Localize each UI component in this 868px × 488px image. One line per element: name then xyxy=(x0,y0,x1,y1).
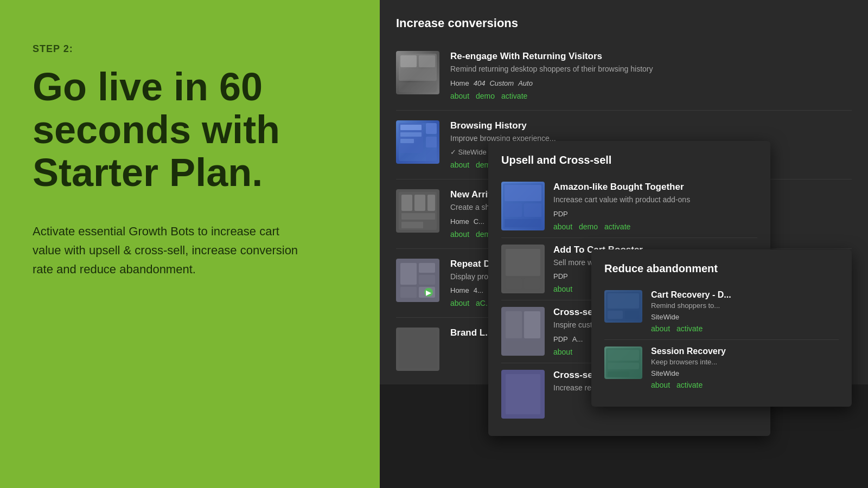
bot-tags-bought: PDP xyxy=(553,210,757,218)
svg-rect-21 xyxy=(400,287,417,298)
demo-link-bought[interactable]: demo xyxy=(579,222,598,231)
about-link-session[interactable]: about xyxy=(651,381,670,389)
svg-rect-10 xyxy=(426,123,437,134)
svg-rect-34 xyxy=(506,249,540,276)
about-link-bought[interactable]: about xyxy=(553,222,572,231)
svg-rect-50 xyxy=(608,371,629,377)
tag-c-newarr: C... xyxy=(474,217,484,226)
bot-thumb-newarr xyxy=(396,189,439,233)
aband-tags-session: SiteWide xyxy=(651,369,839,377)
aband-desc-session: Keep browsers inte... xyxy=(651,358,839,366)
overlay-abandonment-title: Reduce abandonment xyxy=(604,262,839,275)
right-panel: Increase conversions Re-engage With Retu… xyxy=(380,0,868,488)
demo-link-returning[interactable]: demo xyxy=(476,92,495,100)
bot-tags-returning: Home 404 Custom Auto xyxy=(450,79,852,87)
bot-desc-returning: Remind returning desktop shoppers of the… xyxy=(450,64,852,75)
tag-home: Home xyxy=(450,79,469,87)
about-link-repeat[interactable]: about xyxy=(450,299,469,307)
svg-rect-15 xyxy=(414,195,425,211)
svg-rect-49 xyxy=(608,363,639,369)
bot-thumb-repeat: ▶ xyxy=(396,259,439,302)
bot-info-bought: Amazon-like Bought Together Increase car… xyxy=(553,182,757,231)
about-link-addt[interactable]: about xyxy=(553,285,572,293)
svg-rect-35 xyxy=(506,278,522,289)
about-link-returning[interactable]: about xyxy=(450,92,469,100)
section-title: Increase conversions xyxy=(396,16,852,30)
activate-link-session[interactable]: activate xyxy=(676,381,703,389)
svg-rect-9 xyxy=(400,139,414,143)
about-link-cross1[interactable]: about xyxy=(553,348,572,356)
tag-auto: Auto xyxy=(518,79,533,87)
svg-rect-40 xyxy=(506,341,540,351)
svg-rect-39 xyxy=(524,311,540,338)
thumb-addt xyxy=(501,245,545,293)
svg-rect-42 xyxy=(506,374,540,414)
overlay-upsell-title: Upsell and Cross-sell xyxy=(501,154,757,166)
bot-name-browsing: Browsing History xyxy=(450,120,852,131)
thumb-session-recovery xyxy=(604,346,642,379)
svg-rect-11 xyxy=(426,137,437,147)
aband-name-session: Session Recovery xyxy=(651,346,839,356)
svg-text:▶: ▶ xyxy=(426,289,431,297)
bot-links-returning: about demo activate xyxy=(450,92,852,100)
svg-rect-1 xyxy=(400,55,417,67)
bot-item-returning: Re-engage With Returning Visitors Remind… xyxy=(396,41,852,111)
thumb-bought xyxy=(501,182,545,230)
tag-pdp-bought: PDP xyxy=(553,210,568,218)
bot-links-bought: about demo activate xyxy=(553,222,757,231)
svg-rect-27 xyxy=(399,330,437,368)
svg-rect-16 xyxy=(427,195,435,211)
tag-pdp-cross1: PDP xyxy=(553,335,568,343)
aband-info-cart: Cart Recovery - D... Remind shoppers to.… xyxy=(651,290,839,333)
svg-rect-29 xyxy=(505,185,541,201)
main-heading: Go live in 60 seconds with Starter Plan. xyxy=(33,66,347,195)
thumb-cart-recovery xyxy=(604,290,642,323)
svg-rect-7 xyxy=(400,125,422,130)
svg-rect-14 xyxy=(401,195,412,211)
scroll-content: Increase conversions Re-engage With Retu… xyxy=(380,0,868,488)
step-label: STEP 2: xyxy=(33,43,347,55)
activate-link-bought[interactable]: activate xyxy=(604,222,630,231)
about-link-newarr[interactable]: about xyxy=(450,230,469,239)
svg-rect-38 xyxy=(506,311,522,338)
sub-text: Activate essential Growth Bots to increa… xyxy=(33,222,304,279)
overlay-bot-bought: Amazon-like Bought Together Increase car… xyxy=(501,175,757,238)
aband-tags-cart: SiteWide xyxy=(651,313,839,321)
svg-rect-45 xyxy=(608,311,623,319)
thumb-cross1 xyxy=(501,307,545,356)
aband-name-cart: Cart Recovery - D... xyxy=(651,290,839,300)
tag-a-cross1: A... xyxy=(572,335,583,343)
svg-rect-3 xyxy=(400,69,435,79)
svg-rect-18 xyxy=(401,222,423,228)
aband-links-cart: about activate xyxy=(651,324,839,333)
svg-rect-36 xyxy=(524,278,540,289)
bot-thumb-brandl xyxy=(396,328,439,371)
tag-home-newarr: Home xyxy=(450,217,469,226)
tag-sitewide-session: SiteWide xyxy=(651,369,679,377)
about-link-cart[interactable]: about xyxy=(651,324,670,333)
overlay-abandonment: Reduce abandonment Cart Recovery - D... … xyxy=(591,249,852,407)
svg-rect-46 xyxy=(625,311,639,319)
abandonment-bot-session: Session Recovery Keep browsers inte... S… xyxy=(604,340,839,396)
bot-desc-bought: Increase cart value with product add-ons xyxy=(553,195,757,206)
svg-rect-48 xyxy=(608,350,639,361)
tag-home-repeat: Home xyxy=(450,286,469,294)
thumb-cross2 xyxy=(501,370,545,419)
abandonment-bot-cart: Cart Recovery - D... Remind shoppers to.… xyxy=(604,284,839,340)
bot-thumb-browsing xyxy=(396,120,439,164)
bot-thumb-returning xyxy=(396,51,439,94)
svg-rect-12 xyxy=(426,150,437,161)
svg-rect-31 xyxy=(524,203,541,217)
svg-rect-8 xyxy=(400,132,422,137)
activate-link-cart[interactable]: activate xyxy=(676,324,703,333)
tag-sitewide-browsing: ✓ SiteWide xyxy=(450,148,487,156)
about-link-browsing[interactable]: about xyxy=(450,160,469,169)
bot-info-returning: Re-engage With Returning Visitors Remind… xyxy=(450,51,852,100)
svg-rect-2 xyxy=(419,55,435,67)
svg-rect-20 xyxy=(400,263,417,285)
bot-name-bought: Amazon-like Bought Together xyxy=(553,182,757,192)
activate-link-returning[interactable]: activate xyxy=(501,92,527,100)
tag-pdp-addt: PDP xyxy=(553,272,568,280)
aband-info-session: Session Recovery Keep browsers inte... S… xyxy=(651,346,839,389)
aband-desc-cart: Remind shoppers to... xyxy=(651,301,839,310)
